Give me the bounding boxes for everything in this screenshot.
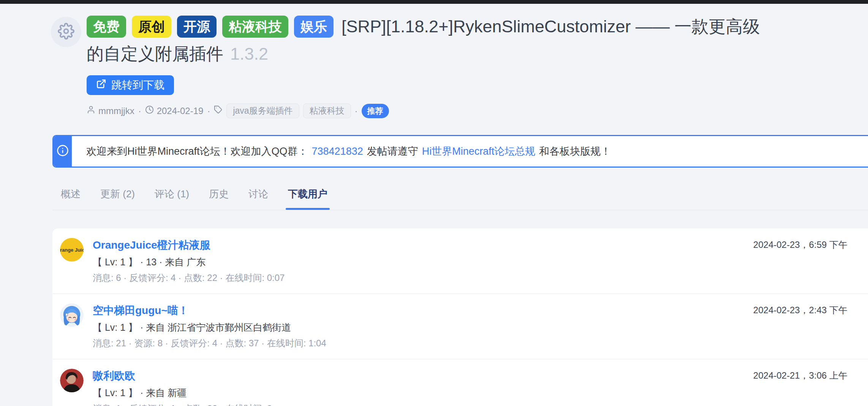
tab-downloaders[interactable]: 下载用户: [288, 187, 327, 210]
resource-header: 免费 原创 开源 粘液科技 娱乐 [SRP][1.18.2+]RykenSlim…: [51, 15, 853, 118]
goto-download-label: 跳转到下载: [111, 78, 164, 92]
user-stats: 消息: 1 · 反馈评分: 1 · 点数: 22 · 在线时间: 0: [93, 403, 746, 406]
downloader-row: 嗷利欧欧 【 Lv: 1 】 · 来自 新疆 消息: 1 · 反馈评分: 1 ·…: [52, 359, 868, 406]
goto-download-button[interactable]: 跳转到下载: [87, 75, 174, 95]
tab-bar: 概述 更新 (2) 评论 (1) 历史 讨论 下载用户: [52, 187, 868, 210]
downloader-info: 空中梯田gugu~喵！ 【 Lv: 1 】 · 来自 浙江省宁波市鄞州区白鹤街道…: [93, 303, 746, 349]
downloader-info: 嗷利欧欧 【 Lv: 1 】 · 来自 新疆 消息: 1 · 反馈评分: 1 ·…: [93, 369, 746, 406]
publish-date: 2024-02-19: [157, 106, 204, 116]
banner-accent-strip: [54, 136, 72, 167]
tab-history[interactable]: 历史: [209, 187, 229, 210]
username-link[interactable]: OrangeJuice橙汁粘液服: [93, 238, 210, 252]
tag-original[interactable]: 原创: [132, 16, 171, 38]
user-level-location: 【 Lv: 1 】 · 来自 新疆: [93, 387, 746, 399]
anime-avatar-graphic: [60, 303, 84, 327]
author-item: mmmjjkx: [87, 105, 134, 116]
tag-opensource[interactable]: 开源: [177, 16, 217, 38]
user-level-location: 【 Lv: 1 】 · 来自 浙江省宁波市鄞州区白鹤街道: [93, 321, 746, 334]
qq-group-link[interactable]: 738421832: [312, 146, 363, 157]
tab-reviews[interactable]: 评论 (1): [155, 187, 189, 210]
downloader-row: Orange Juice OrangeJuice橙汁粘液服 【 Lv: 1 】 …: [52, 228, 868, 293]
user-stats: 消息: 6 · 反馈评分: 4 · 点数: 22 · 在线时间: 0:07: [93, 272, 746, 284]
gear-icon: [58, 23, 74, 41]
banner-text: 欢迎来到Hi世界Minecraft论坛！欢迎加入QQ群： 738421832 发…: [72, 136, 868, 167]
publish-date-item: 2024-02-19: [145, 105, 204, 116]
tag-slimefun[interactable]: 粘液科技: [222, 16, 288, 38]
avatar-text: Orange Juice: [60, 247, 84, 253]
page-title-line-1: 免费 原创 开源 粘液科技 娱乐 [SRP][1.18.2+]RykenSlim…: [87, 15, 853, 38]
dot-separator: ·: [355, 106, 358, 116]
download-date: 2024-02-23，2:43 下午: [746, 303, 868, 316]
downloader-info: OrangeJuice橙汁粘液服 【 Lv: 1 】 · 13 · 来自 广东 …: [93, 238, 746, 284]
avatar[interactable]: Orange Juice: [60, 238, 84, 262]
user-stats: 消息: 21 · 资源: 8 · 反馈评分: 4 · 点数: 37 · 在线时间…: [93, 337, 746, 349]
photo-avatar-graphic: [60, 369, 84, 392]
user-level-location: 【 Lv: 1 】 · 13 · 来自 广东: [93, 256, 746, 268]
tab-discussion[interactable]: 讨论: [248, 187, 268, 210]
page-title: [SRP][1.18.2+]RykenSlimeCustomizer —— 一款…: [342, 15, 760, 38]
category-chip-slimefun[interactable]: 粘液科技: [303, 103, 351, 118]
tabs: 概述 更新 (2) 评论 (1) 历史 讨论 下载用户: [52, 187, 868, 210]
tag-free[interactable]: 免费: [87, 16, 126, 38]
page-title-line-2: 的自定义附属插件1.3.2: [87, 43, 853, 65]
page-title-continued: 的自定义附属插件: [87, 44, 223, 63]
resource-version: 1.3.2: [230, 44, 268, 63]
forum-rules-link[interactable]: Hi世界Minecraft论坛总规: [422, 144, 536, 158]
user-icon: [87, 105, 95, 116]
tab-updates[interactable]: 更新 (2): [100, 187, 135, 210]
avatar[interactable]: [60, 369, 84, 392]
banner-text-part2: 发帖请遵守: [367, 144, 418, 158]
tag-entertainment[interactable]: 娱乐: [294, 16, 334, 38]
download-date: 2024-02-23，6:59 下午: [746, 238, 868, 251]
dot-separator: ·: [207, 106, 210, 116]
username-link[interactable]: 嗷利欧欧: [93, 369, 135, 383]
tab-overview[interactable]: 概述: [61, 187, 81, 210]
author-link[interactable]: mmmjjkx: [98, 106, 134, 116]
external-link-icon: [96, 79, 106, 92]
tags-icon: [214, 105, 223, 116]
dot-separator: ·: [138, 106, 141, 116]
info-icon: [57, 144, 69, 158]
banner-text-part1: 欢迎来到Hi世界Minecraft论坛！欢迎加入QQ群：: [86, 144, 308, 158]
downloaders-list: Orange Juice OrangeJuice橙汁粘液服 【 Lv: 1 】 …: [52, 228, 868, 406]
recommended-badge: 推荐: [362, 104, 389, 118]
download-date: 2024-02-21，3:06 上午: [746, 369, 868, 382]
forum-notice-banner: 欢迎来到Hi世界Minecraft论坛！欢迎加入QQ群： 738421832 发…: [52, 135, 868, 168]
resource-meta-row: mmmjjkx · 2024-02-19 · java服务端插件 粘液科技: [87, 103, 853, 118]
title-block: 免费 原创 开源 粘液科技 娱乐 [SRP][1.18.2+]RykenSlim…: [87, 15, 853, 118]
avatar[interactable]: [60, 303, 84, 327]
clock-icon: [145, 105, 154, 116]
window-top-bar: [0, 0, 868, 4]
banner-text-part3: 和各板块版规！: [539, 144, 611, 158]
downloader-row: 空中梯田gugu~喵！ 【 Lv: 1 】 · 来自 浙江省宁波市鄞州区白鹤街道…: [52, 293, 868, 359]
username-link[interactable]: 空中梯田gugu~喵！: [93, 303, 189, 318]
settings-button[interactable]: [51, 17, 81, 47]
category-chip-java-plugin[interactable]: java服务端插件: [226, 103, 299, 118]
